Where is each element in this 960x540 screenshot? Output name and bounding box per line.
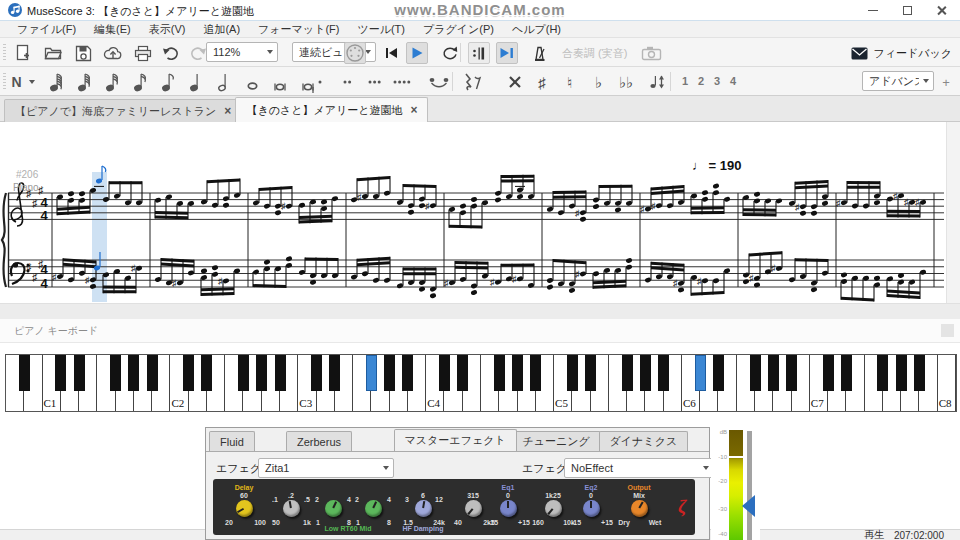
piano-key-A#1[interactable] [147,355,158,391]
piano-key-C#7[interactable] [823,355,834,391]
sharp-icon[interactable]: ♯ [532,71,554,93]
low-rt60-knob[interactable] [325,500,342,517]
menu-item[interactable]: 表示(V) [140,22,195,37]
natural-icon[interactable]: ♮ [560,71,582,93]
xover-freq-knob[interactable] [283,500,300,517]
hf-damping-knob[interactable] [415,500,432,517]
open-icon[interactable] [42,42,64,64]
close-button[interactable] [926,0,956,20]
piano-key-A#3[interactable] [402,355,413,391]
eq2-freq-knob[interactable] [545,500,562,517]
menu-item[interactable]: ファイル(F) [8,22,85,37]
effect-a-select[interactable]: Zita1 [258,458,394,478]
piano-key-C#3[interactable] [311,355,322,391]
duration-half-icon[interactable] [214,71,236,93]
eq1-freq-knob[interactable] [465,500,482,517]
new-score-icon[interactable] [12,42,34,64]
piano-key-G#7[interactable] [896,355,907,391]
piano-key-G#5[interactable] [640,355,651,391]
piano-key-F#4[interactable] [494,355,505,391]
dry-wet-mix-knob[interactable] [631,500,648,517]
pan-score-button[interactable] [496,42,518,64]
workspace-select[interactable]: アドバンス [862,71,934,91]
piano-key-A#7[interactable] [914,355,925,391]
piano-key-D#1[interactable] [74,355,85,391]
piano-key-A#6[interactable] [786,355,797,391]
piano-key-F#2[interactable] [238,355,249,391]
tab-close-icon[interactable]: × [410,103,417,117]
duration-32nd-icon[interactable] [102,71,124,93]
piano-key-F#1[interactable] [110,355,121,391]
piano-key-D#7[interactable] [841,355,852,391]
flip-direction-icon[interactable] [646,71,668,93]
duration-16th-icon[interactable] [130,71,152,93]
save-icon[interactable] [72,42,94,64]
tab-close-icon[interactable]: × [224,104,231,118]
piano-key-F#7[interactable] [877,355,888,391]
piano-key-D#4[interactable] [457,355,468,391]
augmentation-dot-2-icon[interactable] [341,71,363,93]
piano-key-G#3[interactable] [384,355,395,391]
duration-64th-icon[interactable] [74,71,96,93]
duration-breve-icon[interactable] [270,71,292,93]
synth-tab[interactable]: Zerberus [286,431,352,451]
piano-key-A#4[interactable] [530,355,541,391]
piano-key-D#6[interactable] [713,355,724,391]
piano-key-A#2[interactable] [275,355,286,391]
menu-item[interactable]: プラグイン(P) [414,22,503,37]
camera-icon[interactable] [640,42,662,64]
feedback-button[interactable]: フィードバック [851,42,952,64]
piano-key-C#2[interactable] [183,355,194,391]
piano-key-F#6[interactable] [750,355,761,391]
piano-key-G#6[interactable] [768,355,779,391]
document-tab[interactable]: 【ピアノで】海底ファミリーレストラン× [4,99,242,122]
synth-tab[interactable]: チューニング [511,431,600,451]
voice-3-button[interactable]: 3 [710,75,724,87]
piano-key-F#5[interactable] [622,355,633,391]
duration-128th-icon[interactable] [46,71,68,93]
midi-input-button[interactable] [344,42,366,64]
voice-4-button[interactable]: 4 [726,75,740,87]
piano-key-C#1[interactable] [55,355,66,391]
delay-knob[interactable] [236,500,253,517]
play-button[interactable] [406,42,428,64]
piano-key-G#2[interactable] [256,355,267,391]
minimize-button[interactable] [858,0,888,20]
upload-cloud-icon[interactable] [102,42,124,64]
undo-icon[interactable] [160,42,182,64]
redo-icon[interactable] [186,42,208,64]
duration-eighth-icon[interactable] [158,71,180,93]
augmentation-dot-3-icon[interactable] [366,71,388,93]
piano-key-A#5[interactable] [658,355,669,391]
eq2-gain-knob[interactable] [583,500,600,517]
document-tab-active[interactable]: 【きのさと】メアリーと遊園地× [235,97,428,122]
zoom-select[interactable]: 112% [206,42,278,62]
eq1-gain-knob[interactable] [500,500,517,517]
piano-key-A#0[interactable] [19,355,30,391]
note-input-button[interactable]: N [8,71,42,93]
piano-key-G#1[interactable] [128,355,139,391]
piano-key-G#4[interactable] [512,355,523,391]
piano-key-D#3[interactable] [329,355,340,391]
synth-tab-active[interactable]: マスターエフェクト [394,429,517,451]
piano-key-C8[interactable]: C8 [938,355,956,411]
duration-quarter-icon[interactable] [186,71,208,93]
piano-key-C#5[interactable] [567,355,578,391]
flat-icon[interactable]: ♭ [588,71,610,93]
print-icon[interactable] [132,42,154,64]
piano-key-F#3[interactable] [366,355,377,391]
toolbar-drag-handle[interactable] [3,44,6,61]
effect-b-select[interactable]: NoEffect [564,458,714,478]
piano-panel-corner-button[interactable] [941,324,954,337]
augmentation-dot-1-icon[interactable] [316,71,338,93]
maximize-button[interactable] [892,0,922,20]
synth-tab[interactable]: ダイナミクス [599,431,689,451]
duration-whole-icon[interactable] [242,71,264,93]
score-scrollbar[interactable] [946,122,960,303]
double-sharp-icon[interactable] [504,71,526,93]
piano-key-C#6[interactable] [695,355,706,391]
menu-item[interactable]: フォーマット(F) [249,22,348,37]
menu-item[interactable]: 追加(A) [194,22,249,37]
play-repeats-button[interactable] [468,42,490,64]
mid-rt60-knob[interactable] [365,500,382,517]
